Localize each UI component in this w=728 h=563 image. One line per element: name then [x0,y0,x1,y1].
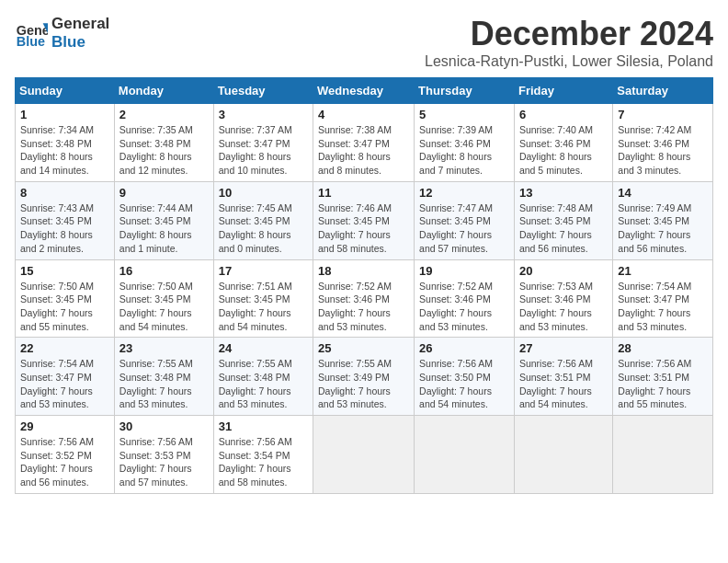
day-info: Sunrise: 7:37 AM Sunset: 3:47 PM Dayligh… [219,123,308,178]
day-number: 24 [219,341,308,355]
day-number: 21 [618,264,708,278]
svg-text:Blue: Blue [17,35,45,50]
day-number: 3 [219,108,308,121]
day-cell: 31Sunrise: 7:56 AM Sunset: 3:54 PM Dayli… [213,416,313,494]
day-info: Sunrise: 7:47 AM Sunset: 3:45 PM Dayligh… [419,201,509,256]
weekday-header-thursday: Thursday [415,78,515,104]
day-info: Sunrise: 7:56 AM Sunset: 3:52 PM Dayligh… [20,435,109,489]
day-info: Sunrise: 7:46 AM Sunset: 3:45 PM Dayligh… [318,201,409,256]
day-info: Sunrise: 7:43 AM Sunset: 3:45 PM Dayligh… [20,201,109,256]
day-number: 30 [119,419,209,433]
day-cell: 1Sunrise: 7:34 AM Sunset: 3:48 PM Daylig… [16,104,115,182]
day-number: 16 [119,264,209,278]
week-row-3: 15Sunrise: 7:50 AM Sunset: 3:45 PM Dayli… [16,259,713,338]
day-info: Sunrise: 7:56 AM Sunset: 3:53 PM Dayligh… [119,435,209,489]
weekday-header-tuesday: Tuesday [213,78,313,104]
day-info: Sunrise: 7:42 AM Sunset: 3:46 PM Dayligh… [618,123,708,178]
weekday-header-monday: Monday [114,78,213,104]
day-number: 22 [20,341,109,355]
day-cell: 13Sunrise: 7:48 AM Sunset: 3:45 PM Dayli… [514,181,612,259]
week-row-4: 22Sunrise: 7:54 AM Sunset: 3:47 PM Dayli… [16,338,713,416]
day-cell: 7Sunrise: 7:42 AM Sunset: 3:46 PM Daylig… [613,104,713,182]
day-number: 29 [20,419,109,433]
day-info: Sunrise: 7:56 AM Sunset: 3:51 PM Dayligh… [519,357,608,411]
day-cell [313,416,415,494]
day-info: Sunrise: 7:52 AM Sunset: 3:46 PM Dayligh… [419,280,509,334]
day-number: 31 [219,419,308,433]
day-number: 20 [519,264,608,278]
day-info: Sunrise: 7:52 AM Sunset: 3:46 PM Dayligh… [318,280,409,334]
day-info: Sunrise: 7:56 AM Sunset: 3:51 PM Dayligh… [618,357,708,411]
location-title: Lesnica-Ratyn-Pustki, Lower Silesia, Pol… [425,53,713,70]
day-info: Sunrise: 7:49 AM Sunset: 3:45 PM Dayligh… [618,201,708,256]
day-info: Sunrise: 7:44 AM Sunset: 3:45 PM Dayligh… [119,201,209,256]
day-info: Sunrise: 7:50 AM Sunset: 3:45 PM Dayligh… [119,280,209,334]
day-number: 5 [419,108,509,121]
day-info: Sunrise: 7:34 AM Sunset: 3:48 PM Dayligh… [20,123,109,178]
day-number: 7 [618,108,708,121]
day-cell: 30Sunrise: 7:56 AM Sunset: 3:53 PM Dayli… [114,416,213,494]
day-info: Sunrise: 7:35 AM Sunset: 3:48 PM Dayligh… [119,123,209,178]
week-row-1: 1Sunrise: 7:34 AM Sunset: 3:48 PM Daylig… [16,104,713,182]
day-cell: 16Sunrise: 7:50 AM Sunset: 3:45 PM Dayli… [114,259,213,338]
day-cell [613,416,713,494]
weekday-header-row: SundayMondayTuesdayWednesdayThursdayFrid… [16,78,713,104]
day-number: 17 [219,264,308,278]
day-cell: 15Sunrise: 7:50 AM Sunset: 3:45 PM Dayli… [16,259,115,338]
day-cell: 4Sunrise: 7:38 AM Sunset: 3:47 PM Daylig… [313,104,415,182]
day-cell: 8Sunrise: 7:43 AM Sunset: 3:45 PM Daylig… [16,181,115,259]
day-number: 1 [20,108,109,121]
day-info: Sunrise: 7:55 AM Sunset: 3:48 PM Dayligh… [119,357,209,411]
logo-text-blue: Blue [51,33,109,52]
page-header: General Blue General Blue December 2024 … [15,15,713,70]
day-number: 8 [20,186,109,200]
weekday-header-saturday: Saturday [613,78,713,104]
weekday-header-wednesday: Wednesday [313,78,415,104]
day-cell: 11Sunrise: 7:46 AM Sunset: 3:45 PM Dayli… [313,181,415,259]
day-info: Sunrise: 7:54 AM Sunset: 3:47 PM Dayligh… [20,357,109,411]
day-info: Sunrise: 7:55 AM Sunset: 3:48 PM Dayligh… [219,357,308,411]
title-area: December 2024 Lesnica-Ratyn-Pustki, Lowe… [425,15,713,70]
day-number: 4 [318,108,409,121]
day-cell: 21Sunrise: 7:54 AM Sunset: 3:47 PM Dayli… [613,259,713,338]
day-number: 25 [318,341,409,355]
day-cell: 5Sunrise: 7:39 AM Sunset: 3:46 PM Daylig… [415,104,515,182]
weekday-header-friday: Friday [514,78,612,104]
day-number: 14 [618,186,708,200]
month-title: December 2024 [425,15,713,53]
day-cell: 29Sunrise: 7:56 AM Sunset: 3:52 PM Dayli… [16,416,115,494]
day-cell: 6Sunrise: 7:40 AM Sunset: 3:46 PM Daylig… [514,104,612,182]
day-info: Sunrise: 7:48 AM Sunset: 3:45 PM Dayligh… [519,201,608,256]
day-number: 9 [119,186,209,200]
day-cell: 17Sunrise: 7:51 AM Sunset: 3:45 PM Dayli… [213,259,313,338]
day-cell: 26Sunrise: 7:56 AM Sunset: 3:50 PM Dayli… [415,338,515,416]
day-cell: 27Sunrise: 7:56 AM Sunset: 3:51 PM Dayli… [514,338,612,416]
day-info: Sunrise: 7:56 AM Sunset: 3:50 PM Dayligh… [419,357,509,411]
day-info: Sunrise: 7:53 AM Sunset: 3:46 PM Dayligh… [519,280,608,334]
weekday-header-sunday: Sunday [16,78,115,104]
day-cell: 22Sunrise: 7:54 AM Sunset: 3:47 PM Dayli… [16,338,115,416]
day-number: 28 [618,341,708,355]
day-cell: 18Sunrise: 7:52 AM Sunset: 3:46 PM Dayli… [313,259,415,338]
day-cell: 10Sunrise: 7:45 AM Sunset: 3:45 PM Dayli… [213,181,313,259]
day-info: Sunrise: 7:40 AM Sunset: 3:46 PM Dayligh… [519,123,608,178]
day-cell: 9Sunrise: 7:44 AM Sunset: 3:45 PM Daylig… [114,181,213,259]
day-info: Sunrise: 7:56 AM Sunset: 3:54 PM Dayligh… [219,435,308,489]
day-info: Sunrise: 7:51 AM Sunset: 3:45 PM Dayligh… [219,280,308,334]
day-cell: 23Sunrise: 7:55 AM Sunset: 3:48 PM Dayli… [114,338,213,416]
day-number: 12 [419,186,509,200]
calendar-table: SundayMondayTuesdayWednesdayThursdayFrid… [15,77,713,494]
day-cell: 19Sunrise: 7:52 AM Sunset: 3:46 PM Dayli… [415,259,515,338]
week-row-5: 29Sunrise: 7:56 AM Sunset: 3:52 PM Dayli… [16,416,713,494]
logo-text: General [51,15,109,33]
day-number: 11 [318,186,409,200]
day-cell: 20Sunrise: 7:53 AM Sunset: 3:46 PM Dayli… [514,259,612,338]
day-number: 23 [119,341,209,355]
day-cell: 14Sunrise: 7:49 AM Sunset: 3:45 PM Dayli… [613,181,713,259]
day-number: 15 [20,264,109,278]
day-cell: 28Sunrise: 7:56 AM Sunset: 3:51 PM Dayli… [613,338,713,416]
day-cell: 24Sunrise: 7:55 AM Sunset: 3:48 PM Dayli… [213,338,313,416]
day-cell: 2Sunrise: 7:35 AM Sunset: 3:48 PM Daylig… [114,104,213,182]
day-number: 26 [419,341,509,355]
day-cell: 12Sunrise: 7:47 AM Sunset: 3:45 PM Dayli… [415,181,515,259]
